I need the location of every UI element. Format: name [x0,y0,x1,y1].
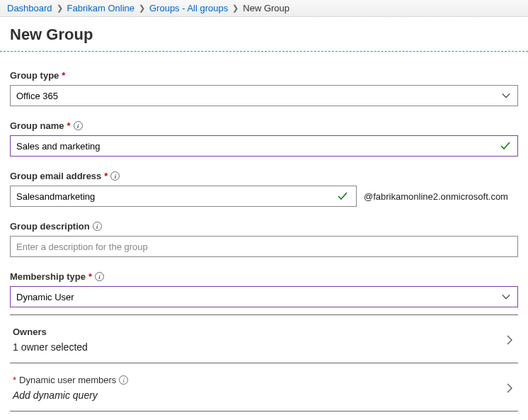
required-indicator: * [67,120,71,131]
section-divider [0,51,528,52]
breadcrumb: Dashboard ❯ Fabrikam Online ❯ Groups - A… [0,0,528,17]
required-indicator: * [88,271,92,282]
group-email-label: Group email address * i [10,171,518,181]
chevron-right-icon: ❯ [232,4,239,13]
breadcrumb-link-dashboard[interactable]: Dashboard [7,3,52,13]
group-type-select[interactable] [10,85,518,106]
field-group-email: Group email address * i @fabrikamonline2… [10,171,518,207]
chevron-right-icon: ❯ [139,4,145,13]
required-indicator: * [62,70,65,81]
membership-type-label: Membership type * i [10,271,518,282]
email-domain-suffix: @fabrikamonline2.onmicrosoft.com [364,191,508,202]
field-group-description: Group description i [10,221,518,257]
breadcrumb-link-fabrikam-online[interactable]: Fabrikam Online [67,3,134,13]
required-indicator: * [104,171,108,181]
membership-type-select[interactable] [10,286,518,307]
owners-title: Owners [13,327,47,337]
required-indicator: * [13,375,16,385]
chevron-right-icon: ❯ [57,4,63,13]
info-icon[interactable]: i [95,272,104,281]
dynamic-members-row[interactable]: * Dynamic user members i Add dynamic que… [10,363,518,412]
chevron-right-icon [504,334,515,346]
label-text: Group email address [10,171,101,181]
owners-value: 1 owner selected [13,341,88,353]
group-name-label: Group name * i [10,120,518,131]
dynamic-members-title: Dynamic user members [19,375,116,385]
owners-row[interactable]: Owners 1 owner selected [10,315,518,363]
label-text: Group name [10,120,64,131]
info-icon[interactable]: i [93,222,102,231]
group-type-label: Group type * [10,70,518,81]
field-group-name: Group name * i [10,120,518,157]
info-icon[interactable]: i [110,171,120,181]
chevron-right-icon [504,382,515,394]
group-name-input[interactable] [10,135,518,157]
field-group-type: Group type * [10,70,518,106]
dynamic-members-value: Add dynamic query [13,390,128,401]
breadcrumb-link-groups[interactable]: Groups - All groups [149,3,228,13]
group-email-input[interactable] [10,186,357,207]
new-group-form: Group type * Group name * i Group email … [0,70,528,420]
field-membership-type: Membership type * i [10,271,518,307]
info-icon[interactable]: i [74,121,83,130]
group-description-input[interactable] [10,236,518,257]
label-text: Membership type [10,271,86,282]
group-description-label: Group description i [10,221,518,232]
breadcrumb-current: New Group [243,3,289,13]
label-text: Group description [10,221,90,232]
label-text: Group type [10,70,59,81]
page-title: New Group [0,17,528,51]
info-icon[interactable]: i [119,375,128,385]
